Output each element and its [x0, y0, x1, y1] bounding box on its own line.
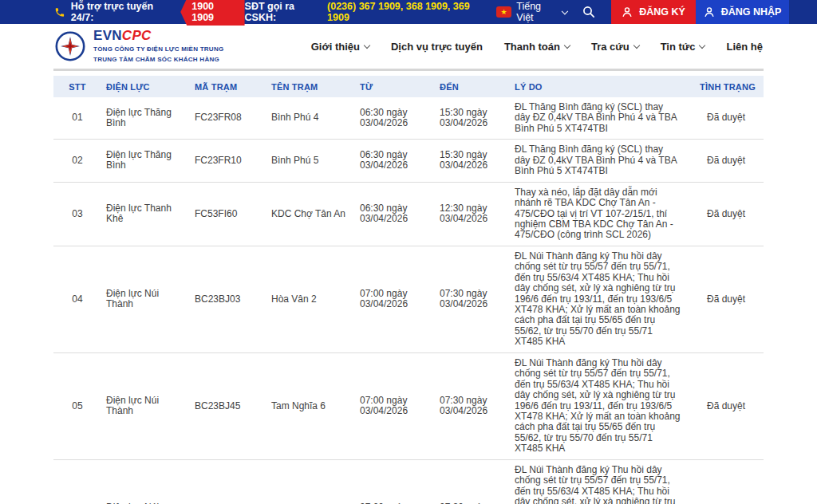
cell-tu: 06:30 ngày 03/04/2026 — [355, 182, 435, 246]
table-row: 04Điện lực Núi ThànhBC23BJ03Hòa Vân 207:… — [53, 246, 764, 352]
table-row: 01Điện lực Thăng BìnhFC23FR08Bình Phú 40… — [53, 97, 764, 140]
cell-tinh_trang: Đã duyệt — [690, 140, 764, 182]
logo-text: EVNCPC TỔNG CÔNG TY ĐIỆN LỰC MIỀN TRUNG … — [93, 28, 223, 64]
cell-tu: 06:30 ngày 03/04/2026 — [355, 97, 435, 140]
language-selector[interactable]: ★ Tiếng Việt — [496, 0, 566, 24]
cskh-group: SĐT gọi ra CSKH: (0236) 367 1909, 368 19… — [245, 0, 483, 24]
cell-ly_do: Thay xà néo, lắp đặt dây dẫn mới nhánh r… — [510, 182, 690, 246]
user-icon — [704, 6, 715, 18]
cell-ten_tram: Hòa Vân 2 — [266, 246, 355, 352]
cell-den: 07:30 ngày 03/04/2026 — [435, 459, 510, 504]
column-header-tu: TỪ — [355, 76, 435, 97]
header-row: STTĐIỆN LỰCMÃ TRẠMTÊN TRẠMTỪĐẾNLÝ DOTÌNH… — [53, 76, 764, 97]
column-header-tinh_trang: TÌNH TRẠNG — [690, 76, 764, 97]
cell-tu: 07:00 ngày 03/04/2026 — [355, 459, 435, 504]
logo-subtitle-2: TRUNG TÂM CHĂM SÓC KHÁCH HÀNG — [93, 55, 223, 65]
outage-table-head: STTĐIỆN LỰCMÃ TRẠMTÊN TRẠMTỪĐẾNLÝ DOTÌNH… — [53, 76, 764, 97]
outage-table: STTĐIỆN LỰCMÃ TRẠMTÊN TRẠMTỪĐẾNLÝ DOTÌNH… — [53, 76, 764, 504]
register-button[interactable]: ĐĂNG KÝ — [611, 0, 696, 24]
cell-den: 07:30 ngày 03/04/2026 — [435, 352, 510, 459]
cell-stt: 04 — [53, 246, 101, 352]
cell-dien_luc: Điện lực Núi Thành — [101, 459, 190, 504]
nav-item-4[interactable]: Tin tức — [661, 41, 705, 53]
cell-ten_tram: Bình Phú 5 — [266, 140, 355, 182]
column-header-stt: STT — [53, 76, 101, 97]
nav-item-label: Liên hệ — [726, 41, 763, 53]
topbar-end-spacer — [789, 0, 817, 24]
cell-dien_luc: Điện lực Thăng Bình — [101, 140, 190, 182]
logo-evn-text: EVN — [93, 28, 122, 43]
column-header-ten_tram: TÊN TRẠM — [266, 76, 355, 97]
vietnam-flag-icon: ★ — [496, 6, 511, 18]
cell-dien_luc: Điện lực Núi Thành — [101, 352, 190, 459]
cell-den: 15:30 ngày 03/04/2026 — [435, 140, 510, 182]
login-label: ĐĂNG NHẬP — [721, 6, 782, 18]
nav-item-0[interactable]: Giới thiệu — [311, 41, 369, 53]
topbar: Hỗ trợ trực tuyến 24/7: 1900 1909 SĐT gọ… — [0, 0, 817, 24]
table-row: 06Điện lực Núi ThànhBC23BS17HTX Tam Nghĩ… — [53, 459, 764, 504]
cell-stt: 02 — [53, 140, 101, 182]
nav-item-2[interactable]: Thanh toán — [504, 41, 570, 53]
logo-subtitle-1: TỔNG CÔNG TY ĐIỆN LỰC MIỀN TRUNG — [93, 45, 223, 54]
cell-ma_tram: BC23BJ45 — [190, 352, 266, 459]
cell-den: 15:30 ngày 03/04/2026 — [435, 97, 510, 140]
evn-star-logo-icon — [54, 30, 86, 62]
chevron-down-icon — [699, 41, 705, 48]
hotline-badge[interactable]: 1900 1909 — [180, 0, 244, 26]
cell-dien_luc: Điện lực Thanh Khê — [101, 182, 190, 246]
cskh-label: SĐT gọi ra CSKH: — [245, 1, 323, 23]
cell-ma_tram: FC53FI60 — [190, 182, 266, 246]
nav-item-label: Dịch vụ trực tuyến — [391, 41, 483, 53]
cell-ly_do: ĐL Núi Thành đăng ký Thu hồi dây chống s… — [510, 352, 690, 459]
search-button[interactable] — [582, 0, 595, 24]
cell-ten_tram: Tam Nghĩa 6 — [266, 352, 355, 459]
cell-den: 12:30 ngày 03/04/2026 — [435, 182, 510, 246]
cell-ma_tram: FC23FR10 — [190, 140, 266, 182]
nav-item-5[interactable]: Liên hệ — [726, 41, 763, 53]
cell-tu: 07:00 ngày 03/04/2026 — [355, 352, 435, 459]
cell-dien_luc: Điện lực Thăng Bình — [101, 97, 190, 140]
support-group: Hỗ trợ trực tuyến 24/7: 1900 1909 — [54, 0, 245, 24]
column-header-dien_luc: ĐIỆN LỰC — [101, 76, 190, 97]
logo-cpc-text: CPC — [122, 28, 152, 43]
main-nav: Giới thiệuDịch vụ trực tuyếnThanh toánTr… — [311, 41, 763, 53]
nav-item-label: Thanh toán — [504, 41, 560, 53]
cell-stt: 01 — [53, 97, 101, 140]
cell-ma_tram: FC23FR08 — [190, 97, 266, 140]
cell-tu: 06:30 ngày 03/04/2026 — [355, 140, 435, 182]
outage-table-body: 01Điện lực Thăng BìnhFC23FR08Bình Phú 40… — [53, 97, 764, 504]
logo-name: EVNCPC — [93, 28, 223, 44]
cell-ly_do: ĐL Núi Thành đăng ký Thu hồi dây chống s… — [510, 246, 690, 352]
cell-dien_luc: Điện lực Núi Thành — [101, 246, 190, 352]
language-label: Tiếng Việt — [516, 1, 557, 23]
column-header-ma_tram: MÃ TRẠM — [190, 76, 266, 97]
table-row: 05Điện lực Núi ThànhBC23BJ45Tam Nghĩa 60… — [53, 352, 764, 459]
evncpc-logo[interactable]: EVNCPC TỔNG CÔNG TY ĐIỆN LỰC MIỀN TRUNG … — [54, 28, 223, 64]
search-icon — [582, 6, 595, 18]
cell-ly_do: ĐL Núi Thành đăng ký Thu hồi dây chống s… — [510, 459, 690, 504]
cell-ma_tram: BC23BS17 — [190, 459, 266, 504]
login-button[interactable]: ĐĂNG NHẬP — [696, 0, 790, 24]
cell-ten_tram: Bình Phú 4 — [266, 97, 355, 140]
cell-tinh_trang: Đã duyệt — [690, 246, 764, 352]
nav-item-1[interactable]: Dịch vụ trực tuyến — [391, 41, 483, 53]
cell-tinh_trang: Đã duyệt — [690, 97, 764, 140]
column-header-den: ĐẾN — [435, 76, 510, 97]
cell-stt: 06 — [53, 459, 101, 504]
cell-ten_tram: KDC Chợ Tân An — [266, 182, 355, 246]
column-header-ly_do: LÝ DO — [510, 76, 690, 97]
cell-ly_do: ĐL Thăng Bình đăng ký (SCL) thay dây ĐZ … — [510, 140, 690, 182]
table-row: 02Điện lực Thăng BìnhFC23FR10Bình Phú 50… — [53, 140, 764, 182]
chevron-down-icon — [364, 41, 370, 48]
cell-stt: 05 — [53, 352, 101, 459]
nav-item-label: Giới thiệu — [311, 41, 360, 53]
register-label: ĐĂNG KÝ — [639, 6, 685, 18]
user-icon — [622, 6, 633, 18]
nav-item-3[interactable]: Tra cứu — [591, 41, 639, 53]
chevron-down-icon — [633, 41, 639, 48]
cskh-numbers: (0236) 367 1909, 368 1909, 369 1909 — [327, 1, 483, 23]
cell-tu: 07:00 ngày 03/04/2026 — [355, 246, 435, 352]
chevron-down-icon — [564, 41, 570, 48]
support-label: Hỗ trợ trực tuyến 24/7: — [71, 1, 170, 23]
cell-tinh_trang: Đã duyệt — [690, 459, 764, 504]
